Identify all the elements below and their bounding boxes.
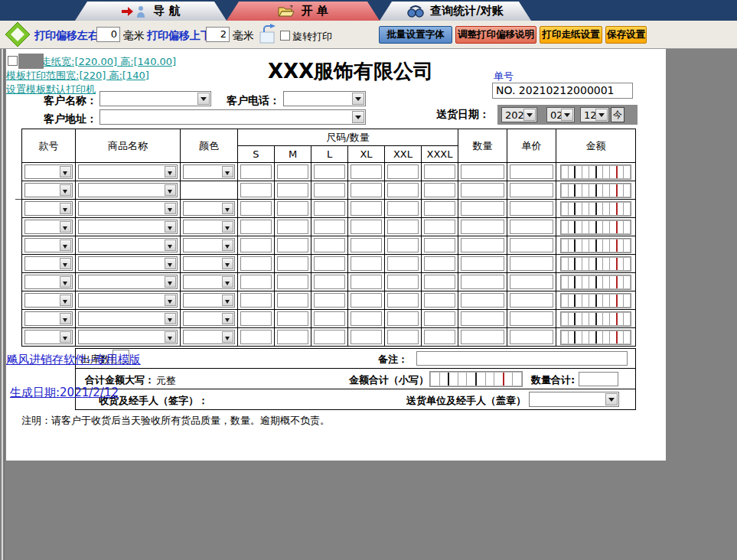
color-combo[interactable] (183, 164, 235, 179)
product-name-combo[interactable] (78, 183, 178, 197)
size-l-input[interactable] (314, 311, 345, 326)
size-m-input[interactable] (277, 183, 308, 197)
style-no-combo[interactable] (24, 183, 73, 197)
chevron-down-icon[interactable] (222, 166, 233, 177)
customer-addr-combo[interactable] (99, 109, 366, 125)
product-name-combo[interactable] (78, 164, 178, 179)
save-settings-button[interactable]: 保存设置 (605, 26, 647, 44)
chevron-down-icon[interactable] (165, 258, 176, 269)
sender-combo[interactable] (529, 392, 619, 407)
unit-price-input[interactable] (510, 238, 553, 252)
offset-lr-input[interactable]: 0 (96, 27, 120, 42)
chevron-down-icon[interactable] (561, 109, 573, 121)
size-xxxl-input[interactable] (424, 183, 455, 197)
size-m-input[interactable] (277, 256, 308, 271)
size-xxxl-input[interactable] (424, 220, 455, 234)
remark-input[interactable] (416, 351, 628, 366)
unit-price-input[interactable] (510, 293, 553, 308)
product-name-combo[interactable] (78, 275, 178, 289)
size-l-input[interactable] (314, 164, 345, 179)
size-xxl-input[interactable] (387, 238, 419, 252)
size-s-input[interactable] (240, 220, 272, 234)
chevron-down-icon[interactable] (60, 313, 71, 324)
size-xl-input[interactable] (351, 164, 382, 179)
style-no-combo[interactable] (24, 220, 73, 234)
tab-query-statistics[interactable]: 查询统计/对账 (380, 2, 531, 21)
paper-size-link[interactable]: 打印走纸宽:[220.00] 高:[140.00] (21, 55, 176, 69)
size-l-input[interactable] (314, 275, 345, 289)
style-no-combo[interactable] (24, 164, 73, 179)
customer-phone-combo[interactable] (283, 91, 366, 106)
qty-input[interactable] (461, 164, 504, 179)
qty-total-input[interactable] (579, 372, 618, 386)
size-xxl-input[interactable] (387, 164, 419, 179)
size-xxl-input[interactable] (387, 311, 419, 326)
paper-feed-button[interactable]: 打印走纸设置 (540, 26, 602, 44)
size-xxl-input[interactable] (387, 183, 419, 197)
size-xl-input[interactable] (351, 330, 382, 344)
product-name-combo[interactable] (78, 220, 178, 234)
size-xxxl-input[interactable] (424, 311, 455, 326)
size-xl-input[interactable] (351, 256, 382, 271)
size-xl-input[interactable] (351, 275, 382, 289)
size-s-input[interactable] (240, 330, 272, 344)
qty-input[interactable] (461, 293, 504, 308)
size-s-input[interactable] (240, 201, 272, 216)
qty-input[interactable] (461, 256, 504, 271)
qty-input[interactable] (461, 275, 504, 289)
color-combo[interactable] (183, 311, 235, 326)
size-xl-input[interactable] (351, 201, 382, 216)
size-m-input[interactable] (277, 238, 308, 252)
size-m-input[interactable] (277, 293, 308, 308)
unit-price-input[interactable] (510, 183, 553, 197)
date-day-select[interactable]: 12 (580, 107, 609, 122)
size-xxl-input[interactable] (387, 275, 419, 289)
product-name-combo[interactable] (78, 256, 178, 271)
style-no-combo[interactable] (24, 238, 73, 252)
chevron-down-icon[interactable] (165, 295, 176, 306)
size-xxxl-input[interactable] (424, 330, 455, 344)
chevron-down-icon[interactable] (60, 258, 71, 269)
unit-price-input[interactable] (510, 201, 553, 216)
style-no-combo[interactable] (24, 256, 73, 271)
chevron-down-icon[interactable] (352, 111, 364, 123)
template-checkbox[interactable] (8, 56, 18, 66)
chevron-down-icon[interactable] (523, 109, 536, 121)
product-name-combo[interactable] (78, 311, 178, 326)
color-combo[interactable] (183, 238, 235, 252)
size-s-input[interactable] (240, 164, 272, 179)
size-s-input[interactable] (240, 238, 272, 252)
color-combo[interactable] (183, 220, 235, 234)
tab-create-order[interactable]: 开 单 (227, 2, 380, 21)
chevron-down-icon[interactable] (165, 331, 176, 343)
size-m-input[interactable] (277, 275, 308, 289)
order-no-input[interactable]: NO. 20210212000001 (492, 83, 633, 99)
chevron-down-icon[interactable] (60, 295, 71, 306)
qty-input[interactable] (461, 311, 504, 326)
product-name-combo[interactable] (78, 201, 178, 216)
chevron-down-icon[interactable] (222, 239, 233, 251)
chevron-down-icon[interactable] (165, 184, 176, 196)
size-m-input[interactable] (277, 330, 308, 344)
size-xxl-input[interactable] (387, 330, 419, 344)
style-no-combo[interactable] (24, 293, 73, 308)
size-l-input[interactable] (314, 293, 345, 308)
style-no-combo[interactable] (24, 201, 73, 216)
size-xxl-input[interactable] (387, 220, 419, 234)
color-combo[interactable] (183, 293, 235, 308)
size-l-input[interactable] (314, 330, 345, 344)
size-xxxl-input[interactable] (424, 164, 455, 179)
qty-input[interactable] (461, 183, 504, 197)
rotate-print-checkbox[interactable] (280, 31, 290, 41)
chevron-down-icon[interactable] (197, 93, 210, 105)
unit-price-input[interactable] (510, 330, 553, 344)
product-name-combo[interactable] (78, 330, 178, 344)
chevron-down-icon[interactable] (595, 109, 608, 121)
unit-price-input[interactable] (510, 256, 553, 271)
style-no-combo[interactable] (24, 330, 73, 344)
chevron-down-icon[interactable] (165, 239, 176, 251)
qty-input[interactable] (461, 201, 504, 216)
size-l-input[interactable] (314, 220, 345, 234)
color-combo[interactable] (183, 256, 235, 271)
chevron-down-icon[interactable] (165, 313, 176, 324)
